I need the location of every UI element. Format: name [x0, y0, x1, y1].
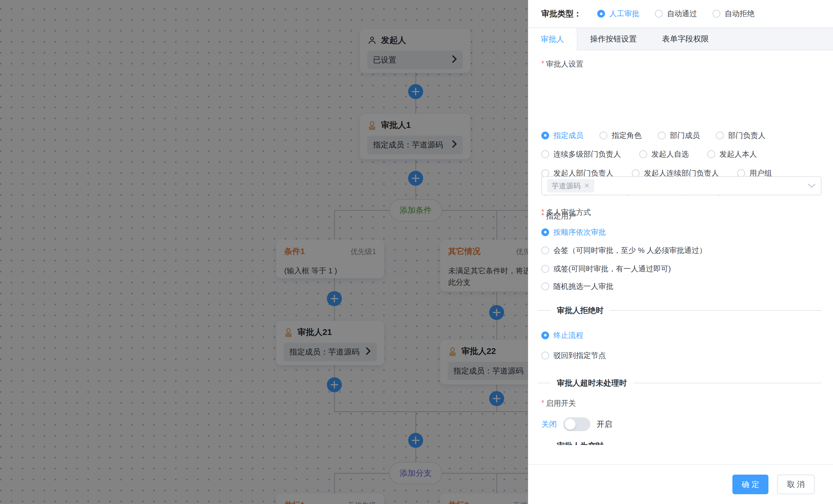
radio-dept-leader[interactable]: 部门负责人: [716, 130, 765, 141]
radio-return-to-node[interactable]: 驳回到指定节点: [541, 351, 606, 360]
radio-manual-approval[interactable]: 人工审批: [597, 9, 639, 19]
reject-section-divider: 审批人拒绝时: [538, 305, 822, 316]
radio-dot: [713, 10, 720, 18]
multi-mode-option: 随机挑选一人审批: [541, 281, 824, 292]
confirm-button[interactable]: 确 定: [732, 475, 769, 494]
approver-setting-row2: 连续多级部门负责人 发起人自选 发起人本人: [541, 149, 824, 159]
tab-approver[interactable]: 审批人: [528, 28, 577, 50]
approver-setting-row1: 指定成员 指定角色 部门成员 部门负责人: [541, 130, 824, 141]
radio-initiator-self[interactable]: 发起人本人: [707, 149, 757, 159]
radio-multi-level-dept-leader[interactable]: 连续多级部门负责人: [541, 149, 621, 159]
assign-user-select[interactable]: 芋道源码: [541, 176, 822, 195]
reject-option: 终止流程: [541, 330, 824, 341]
multi-mode-option: 会签（可同时审批，至少 % 人必须审批通过）: [541, 245, 824, 255]
chevron-down-icon: [808, 183, 816, 188]
enable-toggle[interactable]: [563, 417, 590, 431]
radio-orsign[interactable]: 或签(可同时审批，有一人通过即可): [541, 264, 671, 274]
enable-switch-label: * 启用开关: [541, 398, 576, 408]
radio-auto-approve[interactable]: 自动通过: [655, 9, 697, 19]
timeout-section-divider: 审批人超时未处理时: [538, 377, 822, 389]
workflow-designer: 发起人 已设置 审批人1 指定成员: [0, 0, 833, 504]
empty-section-divider: 审批人为空时: [538, 440, 822, 445]
user-tag-text: 芋道源码: [552, 181, 580, 191]
approval-type-label: 审批类型：: [541, 8, 582, 19]
radio-initiator-select[interactable]: 发起人自选: [639, 149, 689, 159]
tab-form-field-permission[interactable]: 表单字段权限: [649, 28, 721, 50]
switch-off-label: 关闭: [541, 419, 557, 429]
radio-auto-reject[interactable]: 自动拒绝: [713, 9, 755, 19]
radio-terminate-process[interactable]: 终止流程: [541, 330, 584, 341]
radio-sequential[interactable]: 按顺序依次审批: [541, 227, 606, 237]
empty-section-title: 审批人为空时: [550, 440, 610, 445]
multi-mode-option: 按顺序依次审批: [541, 227, 824, 237]
approval-type-row: 审批类型： 人工审批 自动通过 自动拒绝: [528, 0, 833, 27]
radio-random-one[interactable]: 随机挑选一人审批: [541, 281, 613, 292]
radio-assigned-role[interactable]: 指定角色: [599, 130, 642, 141]
timeout-section-title: 审批人超时未处理时: [550, 378, 633, 388]
required-asterisk: *: [541, 398, 544, 408]
multi-mode-option: 或签(可同时审批，有一人通过即可): [541, 263, 824, 274]
radio-assigned-member[interactable]: 指定成员: [541, 130, 584, 141]
radio-dept-member[interactable]: 部门成员: [658, 130, 700, 141]
user-tag: 芋道源码: [547, 179, 594, 193]
panel-scroll-area[interactable]: * 审批人设置 指定成员 指定角色 部门成员 部门负责人 连续多级部门负责人 发…: [528, 51, 833, 445]
approver-settings-panel: 审批类型： 人工审批 自动通过 自动拒绝 审批人 操作按钮设置 表单字段权限 *…: [528, 0, 833, 504]
approver-setting-label: * 审批人设置: [541, 59, 584, 69]
radio-dot: [655, 10, 663, 18]
tab-button-settings[interactable]: 操作按钮设置: [577, 28, 649, 50]
switch-on-label: 开启: [597, 419, 612, 429]
reject-option: 驳回到指定节点: [541, 350, 824, 360]
radio-countersign[interactable]: 会签（可同时审批，至少 % 人必须审批通过）: [541, 245, 707, 255]
reject-section-title: 审批人拒绝时: [550, 305, 610, 316]
multi-mode-label: * 多人审批方式: [541, 207, 591, 218]
panel-tabs: 审批人 操作按钮设置 表单字段权限: [528, 27, 833, 50]
enable-switch-row: 关闭 开启: [541, 417, 612, 431]
radio-dot: [597, 10, 605, 18]
required-asterisk: *: [541, 59, 544, 69]
tag-close-icon[interactable]: [584, 182, 590, 190]
required-asterisk: *: [541, 207, 544, 218]
panel-footer: 确 定 取 消: [528, 464, 833, 504]
cancel-button[interactable]: 取 消: [777, 475, 814, 494]
